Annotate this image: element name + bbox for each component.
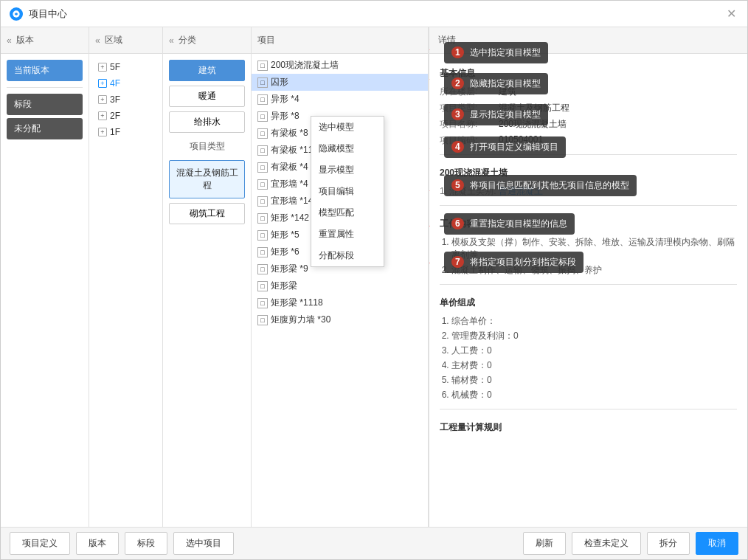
titlebar-left: 项目中心 <box>10 7 67 21</box>
region-5f[interactable]: + 5F <box>95 60 156 75</box>
btn-split[interactable]: 拆分 <box>647 532 690 555</box>
menu-select-model[interactable]: 选中模型 <box>311 117 384 138</box>
list-item[interactable]: □ 矩形梁 *1118 <box>252 294 428 311</box>
list-item[interactable]: □ 矩腹剪力墙 *30 <box>252 311 428 328</box>
region-panel-title: 区域 <box>105 34 122 46</box>
list-item[interactable]: □ 200现浇混凝土墙 <box>252 57 428 74</box>
detail-header: 详情 <box>429 27 747 54</box>
menu-hide-model[interactable]: 隐藏模型 <box>311 138 384 159</box>
expand-icon: + <box>98 95 107 104</box>
price-item-1: 综合单价： <box>451 315 737 328</box>
region-1f[interactable]: + 1F <box>95 125 156 139</box>
section-200-title: 200现浇混凝土墙 <box>440 167 737 179</box>
app-icon <box>10 7 23 21</box>
region-3f[interactable]: + 3F <box>95 92 156 107</box>
btn-cancel[interactable]: 取消 <box>696 532 738 555</box>
item-checkbox: □ <box>257 247 268 257</box>
category-panel: « 分类 建筑 暖通 给排水 项目类型 混凝土及钢筋工程 砌筑工程 <box>163 27 252 527</box>
info-floor: 所在楼层: 建筑 <box>440 86 737 98</box>
version-current[interactable]: 当前版本 <box>7 60 83 81</box>
item-checkbox: □ <box>257 179 268 190</box>
menu-assign-segment[interactable]: 分配标段 <box>311 245 384 266</box>
window-title: 项目中心 <box>29 7 67 21</box>
item-checkbox: □ <box>257 128 268 139</box>
item-checkbox: □ <box>257 77 268 88</box>
version-panel: « 版本 当前版本 标段 未分配 <box>1 27 89 527</box>
btn-version[interactable]: 版本 <box>76 532 119 555</box>
price-item-5: 辅材费：0 <box>451 374 737 387</box>
info-type: 项目类型: 混凝土及钢筋工程 <box>440 102 737 114</box>
category-items: 建筑 暖通 给排水 项目类型 混凝土及钢筋工程 砌筑工程 <box>163 54 251 230</box>
expand-icon: + <box>98 63 107 72</box>
region-collapse[interactable]: « <box>95 35 100 46</box>
close-button[interactable]: ✕ <box>727 8 738 20</box>
items-panel: 项目 □ 200现浇混凝土墙 □ 囚形 □ 异形 *4 □ 异形 *8 <box>252 27 429 527</box>
version-segment[interactable]: 标段 <box>7 94 83 115</box>
items-panel-header: 项目 <box>252 27 428 54</box>
btn-refresh[interactable]: 刷新 <box>523 532 566 555</box>
cat-btn-concrete[interactable]: 混凝土及钢筋工程 <box>169 160 245 198</box>
detail-panel: 详情 基本信息 所在楼层: 建筑 项目类型: 混凝土及钢筋工程 项目名称: 20… <box>429 27 747 527</box>
region-panel: « 区域 + 5F + 4F + 3F + 2F <box>89 27 163 527</box>
item-checkbox: □ <box>257 230 268 241</box>
region-2f[interactable]: + 2F <box>95 108 156 123</box>
titlebar: 项目中心 ✕ <box>1 1 747 27</box>
cat-btn-plumbing[interactable]: 给排水 <box>169 111 245 133</box>
list-item[interactable]: □ 矩形梁 <box>252 277 428 294</box>
cat-btn-architecture[interactable]: 建筑 <box>169 60 245 81</box>
region-4f[interactable]: + 4F <box>95 76 156 91</box>
info-name: 项目名称: 200现浇混凝土墙 <box>440 118 737 131</box>
bottom-toolbar: 项目定义 版本 标段 选中项目 刷新 检查未定义 拆分 取消 <box>1 527 747 559</box>
item-checkbox: □ <box>257 61 268 71</box>
menu-show-model[interactable]: 显示模型 <box>311 159 384 181</box>
price-item-3: 人工费：0 <box>451 345 737 357</box>
work-item-2: 混凝土制作、运输、饶筑、振捣、养护 <box>451 264 737 277</box>
menu-reset-attr[interactable]: 重置属性 <box>311 224 384 245</box>
basic-info-title: 基本信息 <box>440 67 737 80</box>
main-window: 项目中心 ✕ « 版本 当前版本 标段 未分配 « 区域 <box>0 0 748 560</box>
category-panel-title: 分类 <box>179 34 196 46</box>
context-menu: 选中模型 隐藏模型 显示模型 项目编辑 模型匹配 重置属性 分配标段 <box>311 116 384 267</box>
price-item-4: 主材费：0 <box>451 359 737 372</box>
btn-select-item[interactable]: 选中项目 <box>173 532 234 555</box>
work-item-1: 模板及支架（撑）制作、安装、拆除、堆放、运输及清理模内杂物、刷隔离剂等 <box>451 236 737 261</box>
version-unassigned[interactable]: 未分配 <box>7 118 83 139</box>
btn-check-undefined[interactable]: 检查未定义 <box>572 532 641 555</box>
concrete-type: 1. 混凝土类别: 普通混凝土 <box>440 185 737 198</box>
expand-icon: + <box>98 128 107 136</box>
list-item-selected[interactable]: □ 囚形 <box>252 74 428 91</box>
info-code: 项目编码: 010504001 <box>440 134 737 147</box>
version-divider <box>7 87 83 88</box>
expand-icon: + <box>98 79 107 88</box>
cat-btn-masonry[interactable]: 砌筑工程 <box>169 203 245 224</box>
item-checkbox: □ <box>257 315 268 325</box>
item-checkbox: □ <box>257 281 268 291</box>
category-section-title: 项目类型 <box>169 137 245 156</box>
btn-project-def[interactable]: 项目定义 <box>10 532 70 555</box>
version-items: 当前版本 标段 未分配 <box>1 54 89 145</box>
version-collapse[interactable]: « <box>7 35 12 46</box>
version-panel-title: 版本 <box>16 34 34 46</box>
item-checkbox: □ <box>257 298 268 308</box>
work-list: 模板及支架（撑）制作、安装、拆除、堆放、运输及清理模内杂物、刷隔离剂等 混凝土制… <box>440 236 737 277</box>
main-content: « 版本 当前版本 标段 未分配 « 区域 + 5F + <box>1 27 747 527</box>
price-item-6: 机械费：0 <box>451 389 737 401</box>
work-title: 工作内容 <box>440 218 737 230</box>
item-checkbox: □ <box>257 213 268 224</box>
category-collapse[interactable]: « <box>169 35 174 46</box>
item-checkbox: □ <box>257 162 268 173</box>
menu-edit-project[interactable]: 项目编辑 <box>311 181 384 202</box>
region-panel-header: « 区域 <box>89 27 162 54</box>
price-list: 综合单价： 管理费及利润：0 人工费：0 主材费：0 辅材费：0 <box>440 315 737 401</box>
list-item[interactable]: □ 异形 *4 <box>252 91 428 108</box>
engineering-title: 工程量计算规则 <box>440 421 737 434</box>
item-checkbox: □ <box>257 264 268 274</box>
price-title: 单价组成 <box>440 297 737 309</box>
item-checkbox: □ <box>257 94 268 105</box>
menu-match-model[interactable]: 模型匹配 <box>311 202 384 224</box>
btn-segment[interactable]: 标段 <box>125 532 167 555</box>
version-panel-header: « 版本 <box>1 27 89 54</box>
region-items: + 5F + 4F + 3F + 2F + 1F <box>89 54 162 145</box>
price-item-2: 管理费及利润：0 <box>451 330 737 342</box>
cat-btn-hvac[interactable]: 暖通 <box>169 86 245 107</box>
